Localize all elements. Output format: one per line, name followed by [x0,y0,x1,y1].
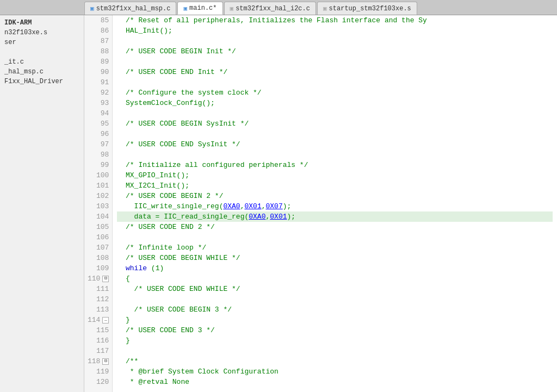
ln-117: 117 [88,346,109,356]
ln-95: 95 [88,119,109,129]
code-line-104: data = IIC_read_single_reg(0XA0,0X01); [117,211,553,222]
tab-file-icon-4: ▣ [323,5,327,12]
ln-115: 115 [88,325,109,335]
ln-85: 85 [88,15,109,26]
code-line-101: MX_I2C1_Init(); [117,181,553,191]
ln-114: 114 — [88,315,109,325]
ln-112: 112 [88,294,109,304]
code-line-97: /* USER CODE END SysInit */ [117,139,553,150]
sidebar-item-n32f103xe[interactable]: n32f103xe.s [0,28,84,38]
ln-90: 90 [88,67,109,77]
code-line-113: /* USER CODE BEGIN 3 */ [117,304,553,315]
code-line-103: IIC_write_single_reg(0XA0,0X01,0X07); [117,201,553,211]
ln-105: 105 [88,222,109,232]
ln-104: 104 [88,211,109,222]
fold-icon-114[interactable]: — [102,317,109,323]
ln-120: 120 [88,377,109,387]
ln-118: 118 ⊟ [88,356,109,366]
tab-main[interactable]: ▣ main.c* [177,2,222,15]
code-line-99: /* Initialize all configured peripherals… [117,160,553,170]
code-line-89 [117,57,553,67]
code-line-114: } [117,315,553,325]
tab-label-1: stm32f1xx_hal_msp.c [96,5,171,13]
tab-label-2: main.c* [189,4,216,12]
sidebar-item-hal-driver[interactable]: F1xx_HAL_Driver [0,77,84,86]
tab-label-3: stm32f1xx_hal_i2c.c [236,5,310,13]
sidebar-item-ser[interactable]: ser [0,38,84,47]
code-line-106 [117,232,553,242]
code-line-111: /* USER CODE END WHILE */ [117,284,553,294]
ln-109: 109 [88,263,109,273]
code-line-87 [117,36,553,46]
code-editor[interactable]: 85 86 87 88 89 90 91 92 93 94 95 96 97 9… [84,15,557,392]
code-line-91 [117,77,553,88]
ln-97: 97 [88,139,109,150]
ide-container: ▣ stm32f1xx_hal_msp.c ▣ main.c* ▣ stm32f… [0,0,557,392]
ln-107: 107 [88,242,109,253]
tab-startup_stm32f103xe[interactable]: ▣ startup_stm32f103xe.s [317,2,417,15]
tab-file-icon-3: ▣ [230,5,234,12]
tab-label-4: startup_stm32f103xe.s [329,5,411,13]
ln-106: 106 [88,232,109,242]
ln-103: 103 [88,201,109,211]
ln-86: 86 [88,26,109,36]
code-line-85: /* Reset of all peripherals, Initializes… [117,15,553,26]
tab-file-icon-1: ▣ [90,5,94,12]
ln-99: 99 [88,160,109,170]
code-line-93: SystemClock_Config(); [117,98,553,108]
code-line-110: { [117,273,553,284]
ln-93: 93 [88,98,109,108]
code-line-95: /* USER CODE BEGIN SysInit */ [117,119,553,129]
fold-icon-118[interactable]: ⊟ [102,358,109,365]
ln-111: 111 [88,284,109,294]
code-line-102: /* USER CODE BEGIN 2 */ [117,191,553,201]
ln-92: 92 [88,88,109,98]
ln-87: 87 [88,36,109,46]
ln-94: 94 [88,108,109,119]
code-line-98 [117,150,553,160]
code-line-112 [117,294,553,304]
code-line-96 [117,129,553,139]
code-line-115: /* USER CODE END 3 */ [117,325,553,335]
code-line-116: } [117,335,553,346]
ln-98: 98 [88,150,109,160]
sidebar-item-idk-arm[interactable]: IDK-ARM [0,18,84,28]
ln-116: 116 [88,335,109,346]
code-line-118: /** [117,356,553,366]
tab-bar: ▣ stm32f1xx_hal_msp.c ▣ main.c* ▣ stm32f… [0,0,557,15]
tab-stm32f1xx_hal_msp[interactable]: ▣ stm32f1xx_hal_msp.c [84,2,176,15]
code-line-119: * @brief System Clock Configuration [117,366,553,377]
code-line-107: /* Infinite loop */ [117,242,553,253]
code-line-109: while (1) [117,263,553,273]
sidebar: IDK-ARM n32f103xe.s ser _it.c _hal_msp.c… [0,15,84,392]
sidebar-item-hal-msp[interactable]: _hal_msp.c [0,67,84,77]
ln-113: 113 [88,304,109,315]
ln-100: 100 [88,170,109,181]
line-numbers: 85 86 87 88 89 90 91 92 93 94 95 96 97 9… [84,15,113,392]
code-line-108: /* USER CODE BEGIN WHILE */ [117,253,553,263]
code-line-90: /* USER CODE END Init */ [117,67,553,77]
ln-101: 101 [88,181,109,191]
ln-89: 89 [88,57,109,67]
code-line-100: MX_GPIO_Init(); [117,170,553,181]
code-line-105: /* USER CODE END 2 */ [117,222,553,232]
code-lines: /* Reset of all peripherals, Initializes… [113,15,557,392]
code-line-86: HAL_Init(); [117,26,553,36]
code-content: 85 86 87 88 89 90 91 92 93 94 95 96 97 9… [84,15,557,392]
ln-102: 102 [88,191,109,201]
sidebar-item-empty [0,47,84,57]
ln-88: 88 [88,46,109,57]
ln-91: 91 [88,77,109,88]
tab-stm32f1xx_hal_i2c[interactable]: ▣ stm32f1xx_hal_i2c.c [224,2,316,15]
ln-119: 119 [88,366,109,377]
code-line-92: /* Configure the system clock */ [117,88,553,98]
main-area: IDK-ARM n32f103xe.s ser _it.c _hal_msp.c… [0,15,557,392]
code-line-88: /* USER CODE BEGIN Init */ [117,46,553,57]
code-line-120: * @retval None [117,377,553,387]
sidebar-item-it[interactable]: _it.c [0,57,84,67]
ln-108: 108 [88,253,109,263]
fold-icon-110[interactable]: ⊟ [102,276,109,282]
code-line-117 [117,346,553,356]
tab-file-icon-2: ▣ [183,5,187,12]
code-line-94 [117,108,553,119]
